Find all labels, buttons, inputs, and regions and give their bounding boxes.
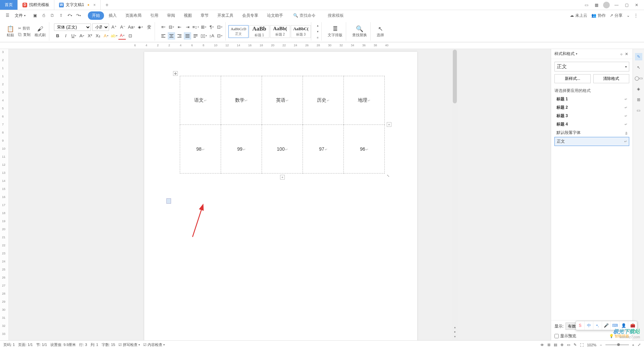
style-list-item-h2[interactable]: 标题 2↵	[554, 103, 629, 112]
borders-button[interactable]: ⊡▾	[216, 23, 223, 31]
status-words[interactable]: 字数: 15	[102, 342, 115, 347]
status-line[interactable]: 行: 3	[79, 342, 87, 347]
table-cell[interactable]: 100↵	[262, 125, 303, 173]
file-menu[interactable]: 文件▾	[12, 13, 28, 18]
ime-lang-button[interactable]: 中	[585, 321, 593, 330]
print-icon[interactable]: ⎙	[40, 12, 47, 19]
align-right-button[interactable]	[176, 32, 183, 40]
menu-tab-start[interactable]: 开始	[88, 11, 104, 20]
tab-template[interactable]: D 找稻壳模板	[18, 0, 54, 10]
align-distribute-button[interactable]	[192, 32, 199, 40]
menu-tab-reference[interactable]: 引用	[146, 11, 162, 20]
table-cell[interactable]: 地理↵	[344, 76, 385, 125]
menu-tab-page-layout[interactable]: 页面布局	[121, 11, 146, 20]
clear-format-button[interactable]: 清除格式	[593, 74, 630, 83]
apps-grid-icon[interactable]: ▦	[592, 0, 601, 10]
table-row[interactable]: 语文↵ 数学↵ 英语↵ 历史↵ 地理↵	[180, 76, 385, 125]
status-content-check[interactable]: ☑内容检查▾	[143, 342, 165, 347]
page[interactable]: ✥ 语文↵ 数学↵ 英语↵ 历史↵ 地理↵ 98↵ 99↵ 100↵ 97↵ 9…	[144, 52, 417, 340]
status-section[interactable]: 节: 1/1	[36, 342, 47, 347]
select-button[interactable]: ↖选择	[375, 24, 385, 38]
tab-close-icon[interactable]: ×	[93, 3, 96, 7]
collab-button[interactable]: 👥协作	[591, 13, 606, 18]
align-left-button[interactable]	[160, 32, 167, 40]
change-case-button[interactable]: Aa▾	[128, 23, 135, 31]
find-replace-button[interactable]: 🔍查找替换	[351, 24, 368, 38]
show-preview-input[interactable]	[554, 334, 559, 338]
show-marks-button[interactable]: ¶▾	[208, 23, 215, 31]
tab-home[interactable]: 首页	[0, 0, 18, 10]
font-color-button[interactable]: A▾	[118, 32, 126, 40]
show-preview-checkbox[interactable]: 显示预览	[554, 333, 576, 339]
ruler-horizontal[interactable]: 642246810121416182022242628303234363840	[0, 42, 644, 49]
sort-button[interactable]: ⊞▾	[200, 23, 207, 31]
side-reading-icon[interactable]: ▭	[635, 107, 642, 114]
char-border-button[interactable]: ⊡	[126, 32, 134, 40]
table-row[interactable]: 98↵ 99↵ 100↵ 97↵ 96↵	[180, 125, 385, 173]
tab-add-button[interactable]: +	[101, 0, 113, 10]
status-page[interactable]: 页面: 1/1	[18, 342, 33, 347]
panel-close-icon[interactable]: ✕	[624, 52, 629, 56]
clear-format-button[interactable]: ◈▾	[137, 23, 144, 31]
status-eye-icon[interactable]: 👁	[540, 343, 544, 347]
close-button[interactable]: ✕	[632, 0, 641, 10]
table-resize-handle[interactable]: ⤡	[386, 173, 390, 178]
document-table[interactable]: 语文↵ 数学↵ 英语↵ 历史↵ 地理↵ 98↵ 99↵ 100↵ 97↵ 96↵	[180, 76, 385, 173]
status-page-no[interactable]: 页码: 1	[3, 342, 15, 347]
scroll-down-icon[interactable]: ▾	[453, 334, 457, 339]
minimize-button[interactable]: —	[612, 0, 621, 10]
format-painter-button[interactable]: 🖌格式刷	[33, 25, 47, 38]
bold-button[interactable]: B	[54, 32, 61, 40]
side-shapes-icon[interactable]: ◯▭	[635, 74, 642, 82]
zoom-slider[interactable]	[605, 344, 629, 345]
zoom-out-button[interactable]: −	[600, 343, 602, 347]
style-body[interactable]: AaBbCcD正文	[228, 25, 249, 38]
page-options-icon[interactable]	[166, 198, 171, 204]
decrease-indent-button[interactable]: ⇤	[176, 23, 183, 31]
status-col[interactable]: 列: 1	[91, 342, 98, 347]
cut-button[interactable]: ✂剪切	[17, 26, 32, 31]
scroll-dot-icon[interactable]: ●	[453, 330, 457, 334]
zoom-value[interactable]: 102%	[587, 343, 596, 347]
ime-logo-icon[interactable]: S	[576, 321, 585, 330]
line-spacing-button[interactable]: ≡↕▾	[192, 23, 199, 31]
status-expand-icon[interactable]: ⤢	[638, 343, 641, 347]
document-canvas[interactable]: ✥ 语文↵ 数学↵ 英语↵ 历史↵ 地理↵ 98↵ 99↵ 100↵ 97↵ 9…	[9, 49, 551, 340]
table-cell[interactable]: 99↵	[221, 125, 262, 173]
table-cell[interactable]: 历史↵	[303, 76, 344, 125]
table-cell[interactable]: 96↵	[344, 125, 385, 173]
status-web-icon[interactable]: ⊕	[560, 343, 564, 347]
table-cell[interactable]: 98↵	[180, 125, 221, 173]
side-styles-icon[interactable]: ✎	[635, 53, 642, 60]
side-select-icon[interactable]: ↖	[635, 64, 642, 71]
align-justify-button[interactable]	[184, 32, 191, 40]
hamburger-icon[interactable]: ☰	[3, 11, 11, 19]
style-more-button[interactable]: ≡	[315, 35, 320, 40]
strikethrough-button[interactable]: A̶▾	[78, 32, 86, 40]
superscript-button[interactable]: X²	[86, 32, 94, 40]
style-list-item-body[interactable]: 正文↵	[554, 137, 629, 146]
status-layout-icon[interactable]: ⊞	[547, 343, 550, 347]
status-fit-icon[interactable]: ⛶	[580, 343, 584, 347]
menu-tab-view[interactable]: 视图	[180, 11, 196, 20]
more-icon[interactable]: ⋮	[634, 13, 638, 18]
table-cell[interactable]: 数学↵	[221, 76, 262, 125]
new-style-button[interactable]: 新样式...	[554, 74, 591, 83]
text-direction-button[interactable]: ↕A	[208, 32, 215, 40]
italic-button[interactable]: I	[62, 32, 69, 40]
undo-icon[interactable]: ↶▾	[66, 12, 73, 19]
tab-doc[interactable]: W 文字文稿1 • ×	[54, 0, 101, 10]
ime-punct-button[interactable]: •,	[593, 321, 602, 330]
copy-button[interactable]: ⿻复制	[17, 32, 32, 38]
shading-button[interactable]: ⊡▾	[216, 32, 223, 40]
menu-tab-section[interactable]: 章节	[197, 11, 213, 20]
status-set-value[interactable]: 设置值: 9.9厘米	[50, 342, 76, 347]
style-h2[interactable]: AaBb(标题 2	[270, 25, 290, 38]
style-list-item-h1[interactable]: 标题 1↵	[554, 95, 629, 103]
table-cell[interactable]: 英语↵	[262, 76, 303, 125]
phonetic-button[interactable]: 变	[145, 23, 153, 31]
menu-tab-dev[interactable]: 开发工具	[213, 11, 237, 20]
side-nav-icon[interactable]: ⊞	[635, 96, 642, 103]
increase-indent-button[interactable]: ⇥	[184, 23, 191, 31]
table-move-handle[interactable]: ✥	[173, 71, 178, 76]
